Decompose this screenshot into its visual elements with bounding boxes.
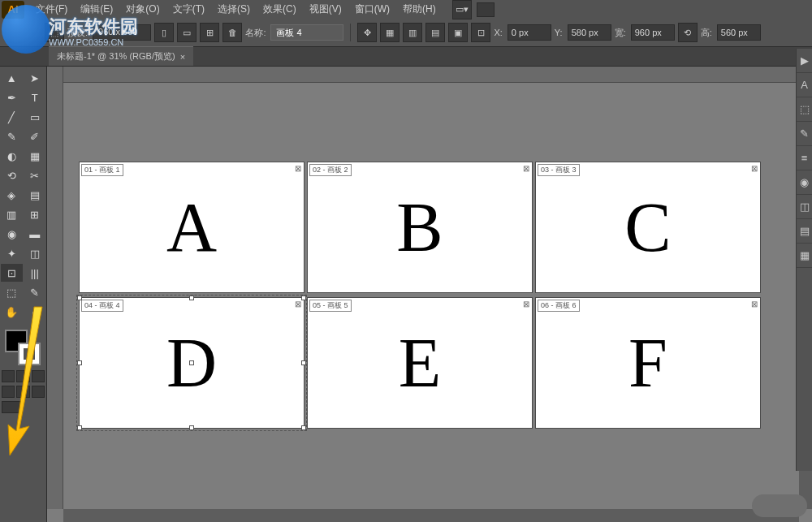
swatches-panel-icon[interactable]: ◫: [797, 195, 812, 219]
artboard-02[interactable]: 02 - 画板 2⊠B: [308, 162, 532, 292]
stroke-color-swatch[interactable]: [18, 343, 41, 365]
color-mode-icon[interactable]: [2, 370, 15, 382]
blend-tool-icon[interactable]: ▬: [24, 225, 46, 243]
artboard-close-icon[interactable]: ⊠: [521, 300, 530, 308]
symbol-sprayer-tool-icon[interactable]: ✦: [1, 244, 23, 262]
symbols-panel-icon[interactable]: ◉: [797, 170, 812, 195]
menu-type[interactable]: 文字(T): [166, 0, 211, 19]
selection-handle[interactable]: [301, 296, 306, 300]
line-tool-icon[interactable]: ╱: [1, 108, 23, 126]
reference-point-icon[interactable]: ⊡: [471, 23, 490, 42]
menu-object[interactable]: 对象(O): [119, 0, 166, 19]
menu-select[interactable]: 选择(S): [211, 0, 257, 19]
selection-tool-icon[interactable]: ▲: [1, 69, 23, 87]
stroke-panel-icon[interactable]: ≡: [797, 146, 812, 170]
draw-behind-icon[interactable]: [16, 386, 29, 398]
appearance-panel-icon[interactable]: ▦: [797, 244, 812, 268]
document-tab[interactable]: 未标题-1* @ 31% (RGB/预览) ×: [49, 46, 193, 66]
menu-edit[interactable]: 编辑(E): [74, 0, 119, 19]
fill-stroke-swatch[interactable]: [0, 328, 46, 369]
artboard-06[interactable]: 06 - 画板 6⊠F: [536, 298, 760, 428]
zoom2-tool-icon[interactable]: ⌕: [24, 303, 46, 321]
slice-tool-icon[interactable]: |||: [24, 264, 46, 282]
rotate-tool-icon[interactable]: ◐: [1, 147, 23, 165]
link-wh-icon[interactable]: ⟲: [678, 23, 698, 42]
new-artboard-icon[interactable]: ⊞: [200, 23, 219, 42]
brushes-panel-icon[interactable]: ✎: [797, 122, 812, 146]
gradient-mode-icon[interactable]: [16, 370, 29, 382]
ruler-vertical[interactable]: [47, 67, 63, 509]
selection-handle[interactable]: [301, 360, 306, 365]
h-input[interactable]: [717, 24, 761, 41]
selection-handle[interactable]: [77, 296, 82, 300]
artboard-close-icon[interactable]: ⊠: [521, 164, 530, 173]
align3-icon[interactable]: ▤: [425, 23, 445, 42]
pen-tool-icon[interactable]: ✒: [1, 88, 23, 106]
artboard-close-icon[interactable]: ⊠: [749, 164, 758, 173]
none-mode-icon[interactable]: [32, 370, 45, 382]
screen-mode-icon[interactable]: [2, 401, 23, 413]
ruler-horizontal[interactable]: [63, 67, 799, 83]
scrollbar-horizontal[interactable]: [63, 509, 799, 522]
panel-expand-icon[interactable]: ▶: [797, 49, 812, 73]
zoom-tool-icon[interactable]: ✎: [24, 283, 46, 301]
selection-handle[interactable]: [189, 360, 194, 365]
color-panel-icon[interactable]: ⬚: [797, 97, 812, 122]
layers-panel-icon[interactable]: ▤: [797, 219, 812, 244]
scale-tool-icon[interactable]: ▦: [24, 147, 46, 165]
w-input[interactable]: [631, 24, 675, 41]
menu-effect[interactable]: 效果(C): [257, 0, 303, 19]
selection-handle[interactable]: [189, 296, 194, 300]
align4-icon[interactable]: ▣: [448, 23, 468, 42]
canvas[interactable]: 01 - 画板 1⊠A02 - 画板 2⊠B03 - 画板 3⊠C04 - 画板…: [47, 67, 812, 522]
y-input[interactable]: [568, 24, 611, 41]
layout-dropdown-icon[interactable]: ▭▾: [452, 0, 472, 19]
artboard-close-icon[interactable]: ⊠: [293, 164, 302, 173]
delete-artboard-icon[interactable]: 🗑: [222, 23, 242, 42]
align-icon[interactable]: ▦: [380, 23, 400, 42]
selection-handle[interactable]: [189, 425, 194, 430]
artboard-tool-icon[interactable]: ⊡: [1, 264, 23, 282]
artboard-05[interactable]: 05 - 画板 5⊠E: [308, 298, 532, 428]
gradient-tool-icon[interactable]: ⊞: [24, 205, 46, 223]
pencil-tool-icon[interactable]: ✐: [24, 127, 46, 145]
orientation-landscape-icon[interactable]: ▭: [177, 23, 197, 42]
direct-selection-tool-icon[interactable]: ➤: [24, 69, 46, 87]
hand-tool-icon[interactable]: ⬚: [1, 283, 23, 301]
menu-help[interactable]: 帮助(H): [396, 0, 443, 19]
selection-handle[interactable]: [77, 425, 82, 430]
move-with-artboard-icon[interactable]: ✥: [357, 23, 377, 42]
type-tool-icon[interactable]: T: [24, 88, 46, 106]
shape-builder-tool-icon[interactable]: ◈: [1, 186, 23, 204]
workspace-switcher-icon[interactable]: [477, 2, 495, 17]
width-tool-icon[interactable]: ⟲: [1, 166, 23, 184]
hand2-tool-icon[interactable]: ✋: [1, 303, 23, 321]
rectangle-tool-icon[interactable]: ▭: [24, 108, 46, 126]
preset-select[interactable]: 960 x 560: [93, 24, 151, 41]
artboard-close-icon[interactable]: ⊠: [293, 300, 302, 308]
orientation-portrait-icon[interactable]: ▯: [154, 23, 174, 42]
artboard-name-input[interactable]: [270, 24, 343, 41]
column-graph-tool-icon[interactable]: ◫: [24, 244, 46, 262]
menu-window[interactable]: 窗口(W): [348, 0, 396, 19]
selection-handle[interactable]: [77, 360, 82, 365]
eyedropper-tool-icon[interactable]: ◉: [1, 225, 23, 243]
artboard-03[interactable]: 03 - 画板 3⊠C: [536, 162, 760, 292]
draw-inside-icon[interactable]: [32, 386, 45, 398]
x-input[interactable]: [508, 24, 551, 41]
artboard-close-icon[interactable]: ⊠: [749, 300, 758, 308]
draw-normal-icon[interactable]: [2, 386, 15, 398]
character-panel-icon[interactable]: A: [797, 73, 812, 97]
perspective-tool-icon[interactable]: ▤: [24, 186, 46, 204]
free-transform-tool-icon[interactable]: ✂: [24, 166, 46, 184]
close-icon[interactable]: ×: [180, 52, 185, 62]
artboard-tool-icon[interactable]: ⬚: [45, 23, 64, 42]
mesh-tool-icon[interactable]: ▥: [1, 205, 23, 223]
menu-file[interactable]: 文件(F): [29, 0, 74, 19]
artboard-04[interactable]: 04 - 画板 4⊠D: [80, 298, 304, 428]
align2-icon[interactable]: ▥: [403, 23, 422, 42]
selection-handle[interactable]: [301, 425, 306, 430]
menu-view[interactable]: 视图(V): [303, 0, 348, 19]
artboard-01[interactable]: 01 - 画板 1⊠A: [80, 162, 304, 292]
paintbrush-tool-icon[interactable]: ✎: [1, 127, 23, 145]
